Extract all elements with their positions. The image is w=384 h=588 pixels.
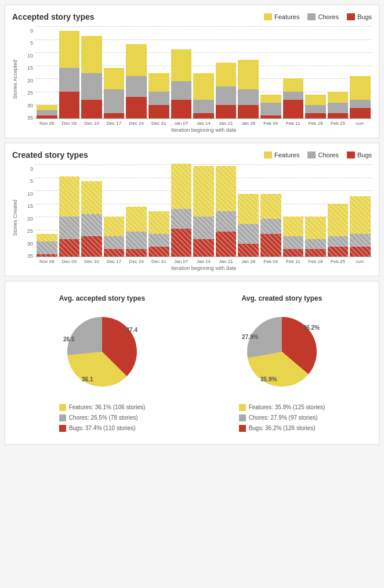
chart1-y-axis-label: Stories Accepted (12, 60, 18, 99)
bar-chores (305, 239, 326, 249)
bar-group (283, 26, 304, 118)
pie-charts-panel: Avg. accepted story types 37.4 36.1 26.5 (5, 281, 379, 445)
chart2-title: Created story types (12, 150, 88, 160)
pie1-legend: Features: 36.1% (106 stories) Chores: 26… (59, 402, 146, 434)
features-swatch (264, 13, 272, 20)
pie2-bugs-legend-text: Bugs: 36.2% (126 stories) (249, 423, 316, 434)
pie1-half: Avg. accepted story types 37.4 36.1 26.5 (12, 288, 192, 439)
bar-group (81, 164, 102, 257)
x-label: Feb 18 (305, 121, 326, 126)
bar-bugs (104, 113, 125, 118)
bar-group (148, 26, 169, 118)
chart1-x-axis-title: Iteration beginning with date (35, 127, 372, 133)
chart2-chart-body: Nov 26Dec 03Dec 10Dec 17Dec 24Dec 31Jan … (35, 164, 372, 271)
bar-bugs (328, 113, 349, 118)
x-label: Feb 25 (328, 259, 349, 264)
bar-group (148, 164, 169, 257)
pie1-features-swatch (59, 404, 66, 411)
bar-chores (81, 214, 102, 237)
bar-chores (260, 219, 281, 234)
bar-features (350, 196, 371, 234)
pie1-features-label: 36.1 (82, 376, 93, 383)
bar-bugs (238, 244, 259, 257)
x-label: Dec 31 (148, 121, 169, 126)
pie2-legend-features: Features: 35.9% (125 stories) (239, 402, 325, 413)
pie1-svg (59, 308, 146, 395)
bar-group (81, 26, 102, 118)
bar-features (328, 92, 349, 102)
bugs-swatch2 (347, 151, 355, 158)
bar-bugs (305, 249, 326, 257)
bar-bugs (59, 239, 80, 257)
legend-features-label: Features (274, 13, 299, 20)
pie2-features-swatch (239, 404, 246, 411)
bar-chores (59, 217, 80, 239)
bar-group (238, 164, 259, 257)
bar-group (238, 26, 259, 118)
bar-chores (350, 234, 371, 247)
legend2-chores: Chores (307, 151, 338, 158)
x-label: Feb 11 (283, 121, 304, 126)
bar-chores (126, 232, 147, 249)
bar-group (171, 26, 192, 118)
bar-features (171, 164, 192, 209)
x-label: Dec 03 (59, 121, 80, 126)
bar-features (81, 36, 102, 73)
bar-chores (104, 89, 125, 113)
pie1-bugs-label: 37.4 (126, 327, 137, 333)
x-label: Jan 21 (216, 121, 237, 126)
bar-bugs (350, 247, 371, 257)
pie2-half: Avg. created story types 36.2% 35.9% 27.… (192, 288, 372, 439)
bar-features (238, 60, 259, 89)
x-label: Dec 10 (81, 121, 102, 126)
bar-features (350, 76, 371, 100)
pie1-chores-label: 26.5 (63, 336, 74, 342)
legend-chores-label: Chores (318, 13, 338, 20)
chores-swatch2 (307, 151, 316, 158)
chart1-body: Stories Accepted 35 30 25 20 15 10 5 0 (12, 26, 372, 133)
legend-features: Features (264, 13, 299, 20)
bar-bugs (305, 113, 326, 118)
accepted-story-types-panel: Accepted story types Features Chores Bug… (5, 5, 379, 138)
x-label: Dec 24 (126, 121, 147, 126)
x-label: Nov 26 (37, 259, 57, 264)
pie2-chores-label: 27.9% (242, 334, 258, 340)
pie1-legend-chores: Chores: 26.5% (78 stories) (59, 413, 146, 423)
pie2-container: 36.2% 35.9% 27.9% (238, 308, 325, 395)
pie2-features-label: 35.9% (260, 376, 277, 383)
pie2-chores-swatch (239, 414, 246, 421)
chart1-legend: Features Chores Bugs (264, 13, 372, 20)
bar-bugs (260, 116, 281, 118)
pie2-legend-bugs: Bugs: 36.2% (126 stories) (239, 423, 325, 434)
bar-features (216, 63, 237, 86)
x-label: Feb 25 (328, 121, 349, 126)
chart2-bars (35, 164, 372, 257)
bar-features (283, 78, 304, 92)
x-label: Dec 10 (81, 259, 102, 264)
pie2-legend-chores: Chores: 27.9% (97 stories) (239, 413, 325, 423)
chart1-y-axis: 35 30 25 20 15 10 5 0 (19, 28, 35, 121)
bar-chores (126, 76, 147, 98)
chart2-y-axis: 35 30 25 20 15 10 5 0 (19, 166, 35, 259)
bar-features (37, 105, 57, 110)
bar-group (283, 164, 304, 257)
bar-group (193, 26, 214, 118)
x-label: Dec 17 (104, 259, 125, 264)
bar-chores (305, 105, 326, 113)
chores-swatch (307, 13, 316, 20)
x-label: Feb 04 (260, 259, 281, 264)
features-swatch2 (264, 151, 272, 158)
bar-features (305, 95, 326, 105)
bar-features (283, 217, 304, 237)
pie1-legend-bugs: Bugs: 37.4% (110 stories) (59, 423, 146, 434)
bar-group (171, 164, 192, 257)
bar-features (238, 194, 259, 224)
bar-bugs (238, 105, 259, 118)
x-label: Feb 18 (305, 259, 326, 264)
bar-features (260, 95, 281, 103)
pie1-container: 37.4 36.1 26.5 (59, 308, 146, 395)
bar-bugs (216, 232, 237, 257)
bar-chores (238, 89, 259, 105)
x-label: Feb 11 (283, 259, 304, 264)
chart1-y-wrapper: Stories Accepted 35 30 25 20 15 10 5 0 (12, 26, 35, 133)
